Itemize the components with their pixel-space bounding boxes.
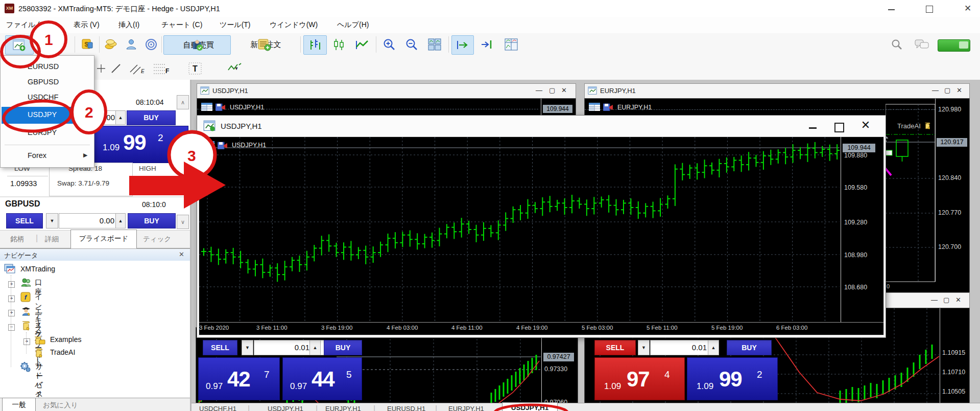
alerts-button[interactable]: [142, 35, 160, 54]
bl-sell-button[interactable]: SELL: [203, 340, 237, 355]
gbp-amount-field[interactable]: 0.00: [59, 213, 119, 229]
floating-minimize[interactable]: [802, 121, 823, 133]
navigator-header: ナビゲータ ✕: [0, 248, 190, 262]
mw-scroll-down[interactable]: ∨: [177, 215, 189, 229]
trendline-button[interactable]: [108, 59, 124, 78]
indicators-button[interactable]: [500, 35, 522, 54]
br-amount-down[interactable]: ▼: [638, 340, 650, 355]
chart-shift-button[interactable]: [476, 35, 497, 54]
usdjpy-back-window-titlebar[interactable]: USDJPY,H1 — ▢ ✕: [197, 83, 576, 99]
chart-tab-usdjpy1[interactable]: USDJPY,H1: [268, 405, 303, 411]
tab-favorites[interactable]: お気に入り: [43, 401, 78, 410]
br-bid-box[interactable]: 1.09 97 4: [594, 357, 685, 400]
eurjpy-close[interactable]: ✕: [957, 86, 962, 94]
dropdown-item-forex[interactable]: Forex ▶: [2, 149, 93, 163]
menu-chart[interactable]: チャート (C): [161, 20, 202, 30]
main-ytick-2: 109.280: [844, 219, 867, 226]
gbp-sell-button[interactable]: SELL: [6, 213, 43, 229]
bar-chart-mode-button[interactable]: [303, 35, 327, 55]
gbp-amount-up[interactable]: ▲: [115, 213, 126, 229]
line-chart-mode-button[interactable]: [351, 35, 373, 54]
history-center-button[interactable]: $: [78, 35, 97, 54]
br-minimize[interactable]: —: [931, 296, 938, 304]
coins-icon: [104, 38, 118, 51]
xtick-9: 6 Feb 03:00: [776, 325, 807, 331]
br-maximize[interactable]: ▢: [943, 296, 949, 304]
tab-general[interactable]: 一般: [2, 398, 36, 411]
tile-windows-button[interactable]: [424, 35, 445, 54]
bl-amount-down[interactable]: ▼: [242, 340, 253, 355]
chart-tab-eurjpy1[interactable]: EURJPY,H1: [325, 405, 361, 411]
minimize-button[interactable]: [881, 2, 901, 15]
tradeai-script-icon: [924, 121, 932, 130]
menu-insert[interactable]: 挿入(I): [118, 20, 139, 30]
bl-buy-button[interactable]: BUY: [324, 340, 362, 355]
maximize-button[interactable]: [919, 2, 940, 15]
usdjpy-back-maximize[interactable]: ▢: [549, 86, 555, 94]
close-button[interactable]: ✕: [958, 2, 978, 15]
search-button[interactable]: [888, 35, 906, 54]
crosshair-button[interactable]: [95, 59, 107, 78]
bl-bid-box[interactable]: 0.97 42 7: [198, 357, 280, 400]
tab-priceboard[interactable]: プライスボード: [70, 230, 137, 248]
candle-chart-mode-button[interactable]: [329, 35, 349, 54]
tab-symbols[interactable]: 銘柄: [10, 235, 24, 244]
menu-file[interactable]: ファイル (F): [6, 20, 46, 30]
chart-tab-eurjpy2[interactable]: EURJPY,H1: [448, 405, 484, 411]
algo-trading-button[interactable]: 自動売買: [163, 35, 231, 55]
usdjpy-back-close[interactable]: ✕: [561, 86, 567, 94]
tab-details[interactable]: 詳細: [45, 235, 59, 244]
chart-tab-usdjpy-active[interactable]: USDJPY,H1: [502, 402, 558, 411]
floating-usdjpy-window[interactable]: USDJPY,H1 ✕ USDJPY,H1 109.944 109.880 10…: [197, 115, 886, 338]
equidistant-channel-button[interactable]: E: [127, 59, 147, 78]
chart-tab-eurusd[interactable]: EURUSD,H1: [387, 405, 425, 411]
dropdown-item-eurjpy[interactable]: EURJPY: [2, 126, 93, 140]
eurjpy-minimize[interactable]: —: [932, 86, 939, 94]
fibonacci-button[interactable]: F: [151, 59, 172, 78]
mw-gbpusd-symbol[interactable]: GBPUSD: [5, 199, 40, 209]
br-amount-up[interactable]: ▲: [708, 340, 719, 355]
profile-button[interactable]: ▼: [44, 35, 69, 54]
bl-ask-box[interactable]: 0.97 44 5: [282, 357, 362, 400]
chart-window-icon: [203, 120, 216, 132]
gbp-amount-down[interactable]: ▼: [46, 213, 58, 229]
dropdown-item-usdjpy[interactable]: USDJPY: [2, 107, 93, 124]
menu-help[interactable]: ヘルプ(H): [337, 20, 369, 30]
menu-tools[interactable]: ツール(T): [220, 20, 251, 30]
bl-amount-up[interactable]: ▲: [309, 340, 321, 355]
eurjpy-maximize[interactable]: ▢: [944, 86, 950, 94]
arrows-tool-button[interactable]: ▼: [220, 59, 251, 78]
tab-ticks[interactable]: ティック: [143, 235, 171, 244]
zoom-out-button[interactable]: [401, 35, 422, 54]
br-close[interactable]: ✕: [955, 296, 961, 304]
br-amount-field[interactable]: 0.01: [650, 340, 712, 355]
floating-close[interactable]: ✕: [855, 119, 876, 133]
br-ask-box[interactable]: 1.09 99 2: [687, 357, 778, 400]
menu-view[interactable]: 表示 (V): [74, 20, 100, 30]
auto-scroll-button[interactable]: [451, 35, 474, 55]
community-button[interactable]: [123, 35, 140, 54]
br-sell-button[interactable]: SELL: [594, 340, 636, 355]
tile-windows-icon: [427, 38, 442, 51]
usdjpy-back-minimize[interactable]: —: [536, 86, 542, 94]
tree-item-xmtrading[interactable]: XMTrading: [4, 264, 16, 276]
eurjpy-window-titlebar[interactable]: EURJPY,H1 — ▢ ✕: [584, 83, 970, 99]
navigator-close-icon[interactable]: ✕: [179, 250, 184, 258]
gbp-buy-button[interactable]: BUY: [128, 213, 176, 229]
mw-scroll-up[interactable]: ∧: [177, 95, 189, 109]
chart-tab-usdchf[interactable]: USDCHF,H1: [199, 405, 236, 411]
mw-amount-up[interactable]: ▲: [115, 110, 126, 125]
menu-window[interactable]: ウインドウ(W): [270, 20, 318, 30]
zoom-in-button[interactable]: [379, 35, 399, 54]
mw-buy-button[interactable]: BUY: [127, 110, 176, 125]
new-chart-button[interactable]: ▼: [5, 35, 34, 55]
br-buy-button[interactable]: BUY: [727, 340, 772, 355]
dropdown-item-gbpusd[interactable]: GBPUSD: [2, 75, 93, 89]
floating-maximize[interactable]: [829, 121, 849, 133]
dropdown-item-eurusd[interactable]: EURUSD: [2, 60, 93, 74]
chat-button[interactable]: [911, 35, 933, 54]
dropdown-item-usdchf[interactable]: USDCHF: [2, 90, 93, 105]
new-order-button[interactable]: 新規注文: [233, 35, 296, 54]
deposit-button[interactable]: [102, 35, 121, 54]
text-tool-button[interactable]: T: [186, 59, 204, 78]
